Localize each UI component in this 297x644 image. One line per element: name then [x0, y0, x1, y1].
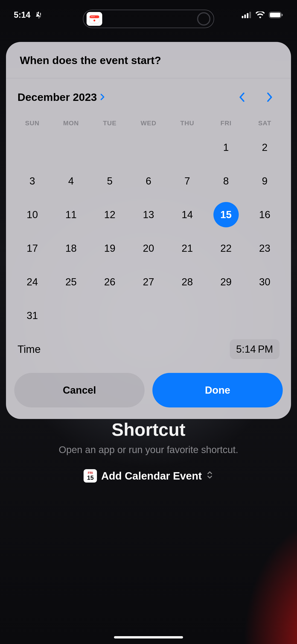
day-button[interactable]: 29	[214, 269, 239, 294]
day-button[interactable]: 20	[136, 236, 161, 261]
weekday-label: THU	[168, 116, 206, 130]
day-cell: 31	[13, 299, 52, 332]
weekday-label: TUE	[90, 116, 129, 130]
day-cell: 25	[52, 265, 90, 299]
day-cell: 22	[206, 232, 245, 265]
day-button[interactable]: 24	[20, 269, 45, 294]
day-cell	[129, 299, 168, 332]
weekday-header-row: SUNMONTUEWEDTHUFRISAT	[6, 116, 291, 130]
day-cell: 12	[90, 198, 129, 232]
day-button[interactable]: 23	[252, 236, 278, 261]
widget-shortcut-chip[interactable]: FRI 15 Add Calendar Event	[84, 469, 213, 482]
day-button[interactable]: 6	[136, 168, 161, 194]
day-cell	[52, 130, 90, 164]
day-cell: 5	[90, 164, 129, 198]
day-button[interactable]: 4	[58, 168, 84, 194]
day-button[interactable]: 25	[58, 269, 84, 294]
day-cell: 15	[206, 198, 245, 232]
day-cell: 4	[52, 164, 90, 198]
prompt-title: When does the event start?	[6, 42, 291, 78]
svg-rect-6	[282, 14, 283, 16]
day-cell: 13	[129, 198, 168, 232]
day-button[interactable]: 12	[97, 202, 122, 227]
svg-rect-0	[242, 16, 243, 18]
next-month-button[interactable]	[266, 92, 274, 102]
home-indicator[interactable]	[114, 636, 183, 638]
cancel-button[interactable]: Cancel	[14, 373, 144, 408]
day-button[interactable]: 11	[58, 202, 84, 227]
time-picker[interactable]: 5:14 PM	[230, 339, 280, 359]
week-row: 24252627282930	[6, 265, 291, 299]
day-button[interactable]: 13	[136, 202, 161, 227]
day-cell	[90, 299, 129, 332]
day-button[interactable]: 22	[214, 236, 239, 261]
status-right	[242, 12, 283, 18]
day-button[interactable]: 17	[20, 236, 45, 261]
day-button[interactable]: 5	[97, 168, 122, 194]
widget-shortcut-label: Add Calendar Event	[101, 470, 202, 482]
day-button[interactable]: 1	[214, 135, 239, 160]
day-button[interactable]: 30	[252, 269, 278, 294]
day-cell: 7	[168, 164, 206, 198]
day-cell: 18	[52, 232, 90, 265]
day-button[interactable]: 28	[174, 269, 200, 294]
day-button[interactable]: 3	[20, 168, 45, 194]
day-button[interactable]: 18	[58, 236, 84, 261]
day-button[interactable]: 26	[97, 269, 122, 294]
weekday-label: MON	[52, 116, 90, 130]
day-button[interactable]: 27	[136, 269, 161, 294]
chevron-up-down-icon	[206, 470, 214, 482]
day-cell: 24	[13, 265, 52, 299]
day-cell: 19	[90, 232, 129, 265]
calendar-icon: FRI 15	[84, 469, 97, 482]
day-cell: 11	[52, 198, 90, 232]
weekday-label: FRI	[206, 116, 245, 130]
day-cell: 14	[168, 198, 206, 232]
svg-rect-3	[249, 12, 251, 18]
weekday-label: SAT	[246, 116, 284, 130]
day-cell: 2	[246, 130, 284, 164]
day-cell	[168, 130, 206, 164]
prev-month-button[interactable]	[238, 92, 246, 102]
day-button[interactable]: 8	[214, 168, 239, 194]
day-cell: 6	[129, 164, 168, 198]
day-button[interactable]: 9	[252, 168, 278, 194]
silent-icon	[35, 11, 43, 19]
widget-title: Shortcut	[0, 419, 297, 440]
status-time: 5:14	[14, 10, 30, 20]
shortcut-widget: Shortcut Open an app or run your favorit…	[0, 419, 297, 482]
time-label: Time	[18, 343, 41, 356]
day-cell: 28	[168, 265, 206, 299]
status-left: 5:14	[14, 10, 43, 20]
week-row: 10111213141516	[6, 198, 291, 232]
done-button[interactable]: Done	[152, 373, 283, 408]
day-cell: 3	[13, 164, 52, 198]
day-button[interactable]: 16	[252, 202, 278, 227]
day-cell	[168, 299, 206, 332]
week-row: 3456789	[6, 164, 291, 198]
day-cell	[246, 299, 284, 332]
chevron-right-icon	[99, 91, 106, 104]
day-cell	[206, 299, 245, 332]
weekday-label: SUN	[13, 116, 52, 130]
day-button[interactable]: 31	[20, 303, 45, 328]
day-button-selected[interactable]: 15	[214, 202, 239, 227]
day-cell	[129, 130, 168, 164]
date-picker-sheet: When does the event start? December 2023…	[6, 42, 291, 419]
day-button[interactable]: 19	[97, 236, 122, 261]
day-cell: 26	[90, 265, 129, 299]
status-bar: 5:14	[0, 0, 297, 30]
day-button[interactable]: 7	[174, 168, 200, 194]
day-cell: 10	[13, 198, 52, 232]
day-button[interactable]: 10	[20, 202, 45, 227]
day-cell	[90, 130, 129, 164]
day-cell: 9	[246, 164, 284, 198]
day-button[interactable]: 2	[252, 135, 278, 160]
day-cell	[13, 130, 52, 164]
day-cell: 30	[246, 265, 284, 299]
day-button[interactable]: 21	[174, 236, 200, 261]
day-cell: 21	[168, 232, 206, 265]
week-row: 12	[6, 130, 291, 164]
month-selector[interactable]: December 2023	[18, 91, 106, 104]
day-button[interactable]: 14	[174, 202, 200, 227]
